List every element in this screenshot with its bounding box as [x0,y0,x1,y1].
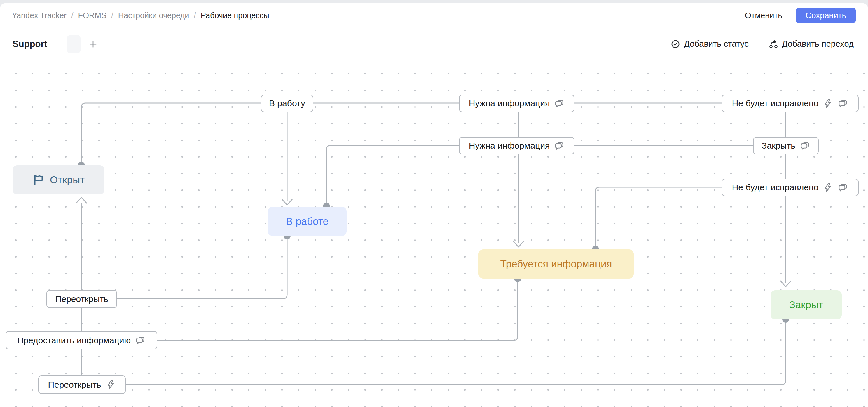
action-icon [105,379,116,390]
breadcrumb-item[interactable]: Yandex Tracker [12,11,66,20]
status-node-label: Закрыт [789,299,824,311]
breadcrumb-item[interactable]: FORMS [78,11,107,20]
status-node-label: В работе [286,215,329,227]
toolbar-actions: Добавить статус Добавить переход [669,39,856,49]
status-node-label: Требуется информация [500,258,612,270]
comment-icon [554,140,564,151]
cancel-button[interactable]: Отменить [743,8,784,23]
breadcrumb: Yandex Tracker/FORMS/Настройки очереди/Р… [12,11,269,20]
status-node-open[interactable]: Открыт [12,165,104,195]
transition-label-text: Нужна информация [469,98,550,108]
save-button[interactable]: Сохранить [796,8,856,23]
workflow-canvas[interactable]: ОткрытВ работеТребуется информацияЗакрыт… [0,60,868,407]
edge-reopen-from-closed [82,203,786,384]
comment-icon [554,98,564,109]
transition-label-to-work[interactable]: В работу [261,95,313,112]
add-transition-label: Добавить переход [782,39,854,49]
status-node-need-info[interactable]: Требуется информация [478,249,634,279]
transition-label-provide-info[interactable]: Предоставить информацию [5,331,157,349]
transition-label-need-info-1[interactable]: Нужна информация [459,95,575,112]
plus-icon [88,39,98,49]
comment-icon [837,98,848,109]
action-icon [823,98,833,109]
workflow-toolbar: Support Добавить статус Добавить переход [0,28,868,60]
breadcrumb-separator: / [111,11,114,20]
comment-icon [837,182,848,193]
breadcrumb-bar: Yandex Tracker/FORMS/Настройки очереди/Р… [0,3,868,28]
action-icon [823,182,833,193]
add-status-label: Добавить статус [684,39,748,49]
status-node-in-progress[interactable]: В работе [268,207,347,236]
status-node-label: Открыт [50,174,85,186]
arrowhead-into-open [76,197,87,203]
add-transition-button[interactable]: Добавить переход [767,39,856,49]
add-status-button[interactable]: Добавить статус [669,39,750,49]
tab-placeholder [67,35,81,53]
transition-label-text: Переоткрыть [55,294,108,304]
transition-label-text: Нужна информация [469,141,550,151]
workflow-tabs: Support [12,35,99,53]
transition-label-wont-fix-1[interactable]: Не будет исправлено [721,95,859,112]
workflow-tab-support[interactable]: Support [12,39,47,49]
connector-lines [0,60,868,407]
transition-label-text: Не будет исправлено [732,98,819,108]
breadcrumb-item[interactable]: Настройки очереди [118,11,189,20]
transition-branch-icon [769,39,778,49]
transition-label-text: Переоткрыть [48,380,101,390]
transition-label-wont-fix-2[interactable]: Не будет исправлено [721,179,859,196]
flag-icon [32,174,44,186]
breadcrumb-separator: / [194,11,196,20]
transition-label-text: Закрыть [762,141,795,151]
breadcrumb-separator: / [71,11,73,20]
comment-icon [800,140,810,151]
header-actions: Отменить Сохранить [743,8,856,23]
transition-label-reopen-2[interactable]: Переоткрыть [38,375,126,394]
transition-label-close[interactable]: Закрыть [753,137,819,154]
transition-label-text: В работу [269,98,305,108]
breadcrumb-item: Рабочие процессы [201,11,269,20]
transition-label-reopen-1[interactable]: Переоткрыть [46,290,117,308]
transition-label-text: Не будет исправлено [732,182,819,193]
circle-check-icon [671,39,680,49]
status-node-closed[interactable]: Закрыт [771,290,842,319]
app-window: Yandex Tracker/FORMS/Настройки очереди/Р… [0,3,868,407]
edge-open-bus [82,103,786,283]
comment-icon [135,335,146,346]
transition-label-text: Предоставить информацию [17,336,131,345]
add-workflow-button[interactable] [87,38,99,50]
transition-label-need-info-2[interactable]: Нужна информация [459,137,575,154]
